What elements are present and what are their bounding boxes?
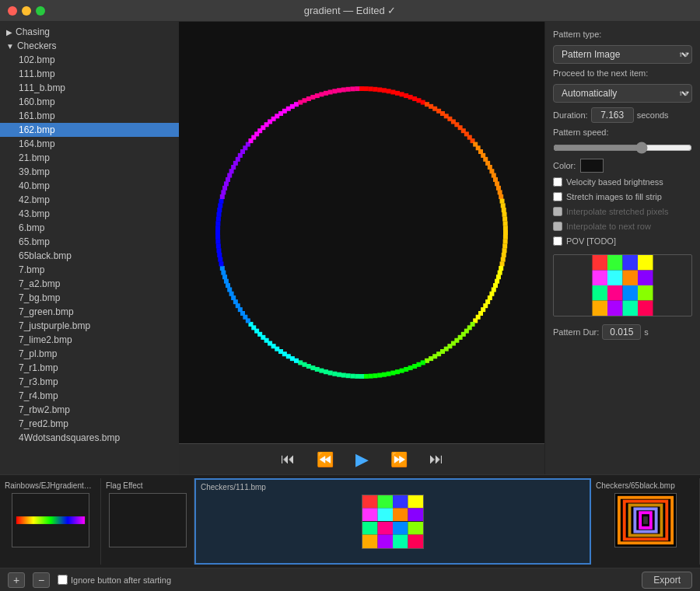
sidebar-item-111_bbmp[interactable]: 111_b.bmp	[0, 81, 179, 95]
sidebar-item-42bmp[interactable]: 42.bmp	[0, 193, 179, 207]
sidebar-item-65bmp[interactable]: 65.bmp	[0, 235, 179, 249]
pattern-type-select[interactable]: Pattern Image	[553, 45, 692, 64]
pattern-dur-unit: s	[644, 327, 649, 337]
stretch-label: Stretch images to fill strip	[566, 192, 662, 201]
rewind-button[interactable]: ⏪	[312, 448, 338, 471]
ignore-label: Ignore button after starting	[71, 575, 171, 585]
timeline-cell-rainbow[interactable]: Rainbows/EJHgradient05...	[0, 478, 101, 565]
svg-rect-40	[495, 181, 499, 186]
svg-rect-91	[404, 367, 408, 372]
sidebar-item-7_red2bmp[interactable]: 7_red2.bmp	[0, 417, 179, 431]
svg-rect-198	[346, 87, 351, 92]
sidebar-item-7_r4bmp[interactable]: 7_r4.bmp	[0, 389, 179, 403]
svg-rect-10	[400, 92, 404, 96]
svg-rect-188	[303, 98, 307, 103]
remove-button[interactable]: −	[33, 572, 50, 588]
svg-rect-103	[350, 374, 355, 379]
timeline-cell-checker111[interactable]: Checkers/111.bmp	[194, 478, 591, 565]
stretch-checkbox[interactable]	[553, 192, 562, 201]
forward-button[interactable]: ⏩	[386, 448, 412, 471]
sidebar-item-7_r3bmp[interactable]: 7_r3.bmp	[0, 375, 179, 389]
sidebar-item-7_r1bmp[interactable]: 7_r1.bmp	[0, 361, 179, 375]
color-swatch[interactable]	[580, 159, 604, 173]
timeline-cell-checker65black[interactable]: Checkers/65black.bmp	[591, 478, 700, 565]
sidebar-item-7_bgbmp[interactable]: 7_bg.bmp	[0, 291, 179, 305]
svg-rect-231	[393, 522, 408, 535]
sidebar-item-65blackbmp[interactable]: 65black.bmp	[0, 249, 179, 263]
timeline-thumbnail-checker111	[362, 495, 424, 549]
duration-unit: seconds	[637, 110, 669, 120]
ignore-checkbox[interactable]	[58, 575, 68, 585]
svg-rect-99	[369, 374, 373, 379]
sidebar-item-7_justpurplebmp[interactable]: 7_justpurple.bmp	[0, 319, 179, 333]
svg-rect-185	[290, 104, 295, 109]
svg-rect-137	[229, 292, 234, 296]
svg-rect-36	[488, 165, 492, 170]
pov-label: POV [TODO]	[566, 236, 616, 246]
svg-rect-195	[332, 89, 337, 93]
sidebar-item-164bmp[interactable]: 164.bmp	[0, 137, 179, 151]
svg-rect-192	[319, 92, 324, 96]
bottom-timeline: Rainbows/EJHgradient05...	[0, 474, 700, 568]
svg-rect-65	[489, 292, 494, 296]
minimize-button[interactable]	[22, 6, 31, 16]
timeline-cell-label-flag: Flag Effect	[106, 481, 189, 490]
sidebar-item-chasing[interactable]: ▶Chasing	[0, 25, 179, 39]
proceed-select[interactable]: Automatically	[553, 84, 692, 103]
skip-to-end-button[interactable]: ⏭	[425, 448, 448, 470]
svg-rect-15	[421, 100, 425, 105]
proceed-label: Proceed to the next item:	[553, 68, 692, 78]
close-button[interactable]	[8, 6, 17, 16]
pov-checkbox[interactable]	[553, 236, 562, 246]
sidebar-item-161bmp[interactable]: 161.bmp	[0, 109, 179, 123]
speed-slider[interactable]	[553, 142, 692, 154]
sidebar-item-7bmp[interactable]: 7.bmp	[0, 263, 179, 277]
sidebar-item-162bmp[interactable]: 162.bmp	[0, 123, 179, 137]
sidebar-item-7_a2bmp[interactable]: 7_a2.bmp	[0, 277, 179, 291]
play-button[interactable]: ▶	[351, 446, 373, 473]
duration-input[interactable]	[591, 107, 634, 123]
rewind-to-start-button[interactable]: ⏮	[276, 448, 299, 470]
sidebar-item-111bmp[interactable]: 111.bmp	[0, 67, 179, 81]
svg-rect-96	[382, 372, 387, 377]
sidebar-item-7_lime2bmp[interactable]: 7_lime2.bmp	[0, 333, 179, 347]
preview-area	[179, 22, 544, 443]
add-button[interactable]: +	[8, 572, 25, 588]
sidebar-item-checkers[interactable]: ▼Checkers	[0, 39, 179, 53]
svg-rect-54	[502, 243, 507, 248]
svg-rect-53	[503, 240, 508, 244]
sidebar-item-21bmp[interactable]: 21.bmp	[0, 151, 179, 165]
timeline-thumbnail-rainbow	[12, 493, 89, 547]
maximize-button[interactable]	[36, 6, 45, 16]
timeline-cell-flag[interactable]: Flag Effect	[101, 478, 194, 565]
svg-rect-236	[408, 535, 424, 549]
sidebar-item-102bmp[interactable]: 102.bmp	[0, 53, 179, 67]
svg-rect-213	[638, 285, 653, 301]
timeline-track: Rainbows/EJHgradient05...	[0, 475, 700, 568]
svg-rect-165	[229, 169, 234, 173]
sidebar-item-4wdotsandsquaresbmp[interactable]: 4Wdotsandsquares.bmp	[0, 431, 179, 445]
svg-rect-199	[350, 86, 355, 91]
velocity-checkbox[interactable]	[553, 177, 562, 187]
svg-rect-191	[315, 93, 320, 98]
timeline-cell-label-rainbow: Rainbows/EJHgradient05...	[5, 481, 96, 490]
sidebar-item-7_rbw2bmp[interactable]: 7_rbw2.bmp	[0, 403, 179, 417]
interpolate2-checkbox	[553, 222, 562, 231]
sidebar-item-7_greenbmp[interactable]: 7_green.bmp	[0, 305, 179, 319]
sidebar-item-43bmp[interactable]: 43.bmp	[0, 207, 179, 221]
svg-rect-226	[378, 508, 394, 521]
svg-rect-158	[219, 199, 223, 204]
pattern-dur-input[interactable]	[602, 324, 641, 340]
sidebar-item-160bmp[interactable]: 160.bmp	[0, 95, 179, 109]
svg-rect-214	[593, 301, 608, 316]
svg-rect-61	[496, 275, 501, 279]
svg-rect-87	[421, 360, 425, 365]
sidebar-item-39bmp[interactable]: 39.bmp	[0, 165, 179, 179]
transport-bar: ⏮ ⏪ ▶ ⏩ ⏭	[179, 443, 544, 474]
svg-rect-13	[412, 96, 417, 101]
sidebar-item-6bmp[interactable]: 6.bmp	[0, 221, 179, 235]
sidebar-item-40bmp[interactable]: 40.bmp	[0, 179, 179, 193]
export-button[interactable]: Export	[642, 572, 692, 589]
svg-rect-0	[198, 69, 525, 396]
sidebar-item-7_plbmp[interactable]: 7_pl.bmp	[0, 347, 179, 361]
